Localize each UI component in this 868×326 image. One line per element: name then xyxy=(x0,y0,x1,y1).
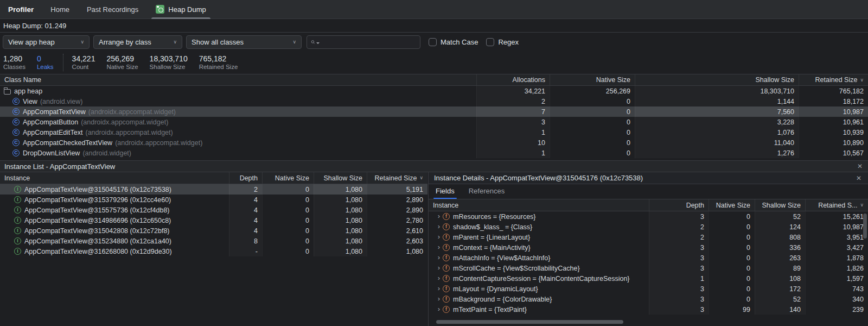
class-package: (androidx.appcompat.widget) xyxy=(85,129,173,136)
close-icon[interactable] xyxy=(856,174,861,182)
tab-heap-dump-label: Heap Dump xyxy=(168,5,206,14)
arrange-dropdown[interactable]: Arrange by class ∨ xyxy=(93,35,182,49)
field-row[interactable]: f mContext = {MainActivity} 3 0 336 3,42… xyxy=(429,242,868,253)
shallow-size-cell: 336 xyxy=(755,242,805,253)
field-name-cell: f mBackground = {ColorDrawable} xyxy=(429,294,649,304)
field-icon: f xyxy=(443,223,450,230)
field-name-cell: f mResources = {Resources} xyxy=(429,211,649,222)
field-row[interactable]: f mContentCaptureSession = {MainContentC… xyxy=(429,273,868,284)
expand-icon[interactable] xyxy=(435,222,443,230)
col-retained-size[interactable]: Retained Size ∨ xyxy=(367,172,427,184)
match-case-checkbox[interactable] xyxy=(429,38,437,46)
field-row[interactable]: f mTextPaint = {TextPaint} 3 99 140 239 xyxy=(429,304,868,315)
native-size-cell: 0 xyxy=(709,242,755,253)
instance-name-cell: I AppCompatTextView@314986696 (0x12c650c… xyxy=(0,215,229,225)
chevron-down-icon: ∨ xyxy=(80,40,84,45)
class-row[interactable]: C AppCompatTextView (androidx.appcompat.… xyxy=(0,106,868,117)
col-shallow-size[interactable]: Shallow Size xyxy=(314,172,367,184)
field-row[interactable]: f mLayout = {DynamicLayout} 3 0 172 743 xyxy=(429,284,868,294)
field-row[interactable]: f mResources = {Resources} 3 0 52 15,261 xyxy=(429,211,868,222)
allocations-cell: 3 xyxy=(476,117,550,127)
native-size-cell: 0 xyxy=(262,246,314,256)
class-row[interactable]: app heap 34,221 256,269 18,303,710 765,1… xyxy=(0,86,868,96)
match-case-group: Match Case xyxy=(429,38,478,46)
expand-icon[interactable] xyxy=(435,305,443,313)
tab-home[interactable]: Home xyxy=(42,0,78,19)
instance-row[interactable]: I AppCompatTextView@316268080 (0x12d9de3… xyxy=(0,246,427,256)
class-row[interactable]: C AppCompatButton (androidx.appcompat.wi… xyxy=(0,117,868,127)
details-horizontal-scrollbar[interactable] xyxy=(436,320,623,324)
class-name: AppCompatButton xyxy=(23,118,78,126)
expand-icon[interactable] xyxy=(435,294,443,303)
expand-icon[interactable] xyxy=(435,264,443,272)
shallow-size-cell: 808 xyxy=(755,232,805,242)
instance-row[interactable]: I AppCompatTextView@315045176 (0x12c7353… xyxy=(0,184,427,195)
col-depth[interactable]: Depth xyxy=(649,199,709,211)
field-row[interactable]: f mBackground = {ColorDrawable} 3 0 52 3… xyxy=(429,294,868,304)
expand-icon[interactable] xyxy=(435,243,443,251)
class-row[interactable]: C AppCompatCheckedTextView (androidx.app… xyxy=(0,137,868,148)
native-size-cell: 0 xyxy=(550,96,635,106)
instance-list-body: I AppCompatTextView@315045176 (0x12c7353… xyxy=(0,184,427,256)
col-shallow-size[interactable]: Shallow Size xyxy=(755,199,805,211)
allocations-cell: 2 xyxy=(476,96,550,106)
expand-icon[interactable] xyxy=(435,233,443,241)
depth-cell: - xyxy=(229,246,262,256)
tab-fields[interactable]: Fields xyxy=(436,187,455,199)
stat-leaks[interactable]: 0 Leaks xyxy=(37,55,54,71)
instance-details-panel: Instance Details - AppCompatTextView@315… xyxy=(428,172,868,326)
stat-retained-label: Retained Size xyxy=(199,63,238,71)
native-size-cell: 0 xyxy=(550,148,635,158)
stat-retained-value: 765,182 xyxy=(199,55,238,63)
col-native-size[interactable]: Native Size xyxy=(262,172,314,184)
instance-row[interactable]: I AppCompatTextView@315575736 (0x12cf4db… xyxy=(0,205,427,215)
col-allocations[interactable]: Allocations xyxy=(476,74,550,85)
col-class-name[interactable]: Class Name xyxy=(0,76,476,84)
col-native-size[interactable]: Native Size xyxy=(550,74,635,85)
class-package: (android.widget) xyxy=(82,149,131,157)
regex-checkbox[interactable] xyxy=(486,38,494,46)
instance-row[interactable]: I AppCompatTextView@314986696 (0x12c650c… xyxy=(0,215,427,225)
search-input[interactable] xyxy=(321,38,416,46)
tab-references[interactable]: References xyxy=(469,187,505,199)
class-row[interactable]: C View (android.view) 2 0 1,144 18,172 xyxy=(0,96,868,106)
instance-row[interactable]: I AppCompatTextView@315379296 (0x12cc4e6… xyxy=(0,195,427,205)
tab-heap-dump[interactable]: Heap Dump xyxy=(147,0,214,19)
expand-icon[interactable] xyxy=(435,253,443,261)
close-icon[interactable] xyxy=(857,162,863,170)
class-package: (android.view) xyxy=(40,98,83,105)
heap-scope-dropdown[interactable]: View app heap ∨ xyxy=(3,35,90,49)
search-box[interactable] xyxy=(307,35,420,49)
field-name: mLayout = {DynamicLayout} xyxy=(453,285,538,293)
field-row[interactable]: f mAttachInfo = {View$AttachInfo} 3 0 26… xyxy=(429,253,868,263)
class-icon: C xyxy=(12,129,20,136)
shallow-size-cell: 11,040 xyxy=(635,137,799,148)
heap-dump-timestamp: Heap Dump: 01.249 xyxy=(3,22,66,30)
expand-icon[interactable] xyxy=(435,284,443,292)
instance-name-cell: I AppCompatTextView@316268080 (0x12d9de3… xyxy=(0,246,229,256)
instance-row[interactable]: I AppCompatTextView@315234880 (0x12ca1a4… xyxy=(0,236,427,246)
col-instance[interactable]: Instance xyxy=(429,202,649,209)
instance-name-cell: I AppCompatTextView@315042808 (0x12c72bf… xyxy=(0,225,229,236)
details-vertical-scrollbar[interactable] xyxy=(863,214,867,239)
field-row[interactable]: f mParent = {LinearLayout} 2 0 808 3,951 xyxy=(429,232,868,242)
col-instance[interactable]: Instance xyxy=(0,174,229,182)
expand-icon[interactable] xyxy=(435,212,443,220)
class-filter-dropdown[interactable]: Show all classes ∨ xyxy=(186,35,302,49)
col-retained-size[interactable]: Retained Size ∨ xyxy=(799,74,868,85)
app-title: Profiler xyxy=(0,5,42,14)
depth-cell: 1 xyxy=(649,273,709,284)
col-retained-size[interactable]: Retained S... ∨ xyxy=(805,199,868,211)
class-row[interactable]: C AppCompatEditText (androidx.appcompat.… xyxy=(0,127,868,137)
class-row[interactable]: C DropDownListView (android.widget) 1 0 … xyxy=(0,148,868,158)
field-row[interactable]: f shadow$_klass_ = {Class} 2 0 124 10,98… xyxy=(429,222,868,232)
col-depth[interactable]: Depth xyxy=(229,172,262,184)
stat-native-label: Native Size xyxy=(106,63,138,71)
field-row[interactable]: f mScrollCache = {View$ScrollabilityCach… xyxy=(429,263,868,273)
tab-past-recordings[interactable]: Past Recordings xyxy=(78,0,147,19)
expand-icon[interactable] xyxy=(435,274,443,282)
col-native-size[interactable]: Native Size xyxy=(709,199,755,211)
col-shallow-size[interactable]: Shallow Size xyxy=(635,74,799,85)
field-name-cell: f mParent = {LinearLayout} xyxy=(429,232,649,242)
instance-row[interactable]: I AppCompatTextView@315042808 (0x12c72bf… xyxy=(0,225,427,236)
